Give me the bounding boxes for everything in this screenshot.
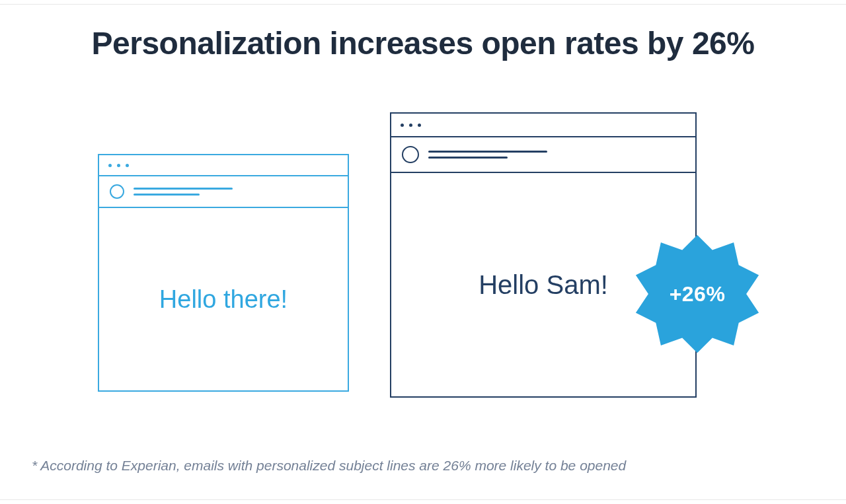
divider-top — [0, 4, 846, 5]
generic-email-window: Hello there! — [98, 154, 349, 392]
window-control-dot-icon — [418, 124, 421, 127]
generic-email-greeting: Hello there! — [99, 208, 348, 390]
uplift-badge-label: +26% — [634, 231, 760, 357]
divider-bottom — [0, 499, 846, 500]
avatar-icon — [402, 146, 419, 163]
window-toolbar — [99, 176, 348, 208]
uplift-badge: +26% — [634, 231, 760, 357]
page-title: Personalization increases open rates by … — [0, 25, 846, 61]
text-lines-placeholder — [134, 188, 233, 196]
window-titlebar — [391, 114, 695, 137]
window-control-dot-icon — [401, 124, 404, 127]
text-lines-placeholder — [428, 151, 547, 159]
window-toolbar — [391, 137, 695, 173]
window-control-dot-icon — [108, 164, 112, 167]
illustration-stage: Hello there! Hello Sam! +26% — [0, 99, 846, 410]
window-control-dot-icon — [117, 164, 120, 167]
window-control-dot-icon — [409, 124, 412, 127]
window-titlebar — [99, 155, 348, 176]
footnote: * According to Experian, emails with per… — [32, 458, 626, 474]
avatar-icon — [110, 184, 124, 199]
window-control-dot-icon — [126, 164, 129, 167]
